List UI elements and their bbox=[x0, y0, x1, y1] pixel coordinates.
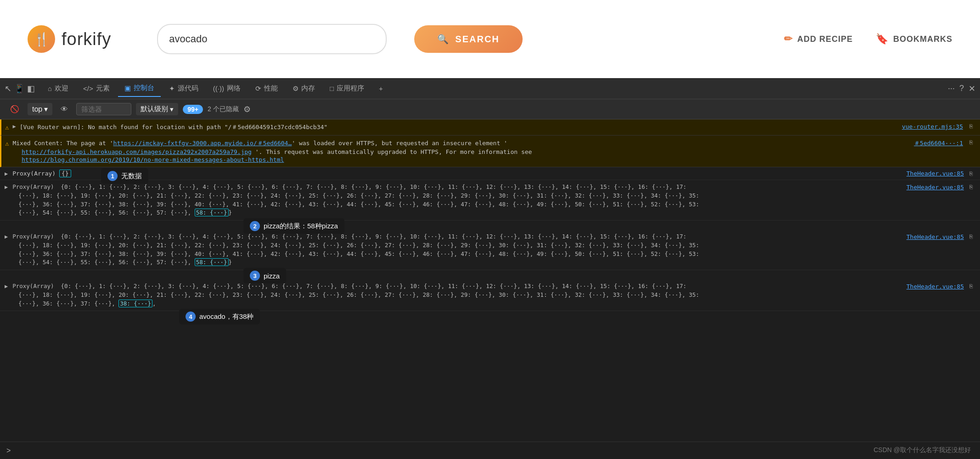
warn-link-2[interactable]: ＃5ed6604···:1 bbox=[914, 139, 963, 147]
proxy-link-1[interactable]: TheHeader.vue:85 bbox=[907, 170, 964, 177]
help-icon[interactable]: ? bbox=[959, 84, 964, 93]
add-recipe-button[interactable]: ✏ ADD RECIPE bbox=[784, 33, 853, 45]
proxy-row-4-header: ▶ Proxy(Array) {0: {···}, 1: {···}, 2: {… bbox=[5, 282, 973, 291]
filter-input[interactable] bbox=[76, 103, 131, 115]
console-prompt-icon[interactable]: > bbox=[6, 447, 11, 455]
tab-memory[interactable]: ⚙ 内存 bbox=[286, 80, 321, 96]
cursor-icon[interactable]: ↖ bbox=[5, 84, 11, 94]
expand-3[interactable]: ▶ bbox=[5, 233, 8, 240]
proxy-row-2: ▶ Proxy(Array) {0: {···}, 1: {···}, 2: {… bbox=[0, 180, 980, 221]
watermark: CSDN @取个什么名字我还没想好 bbox=[873, 446, 971, 454]
copy-icon-2[interactable]: ⎘ bbox=[969, 139, 973, 146]
proxy-copy-3[interactable]: ⎘ bbox=[969, 233, 973, 240]
console-bottom: > bbox=[0, 442, 980, 459]
warn-link-1[interactable]: vue-router.mjs:35 bbox=[902, 123, 963, 130]
warn-text-2b: '. This request was automatically upgrad… bbox=[255, 148, 532, 155]
tab-network[interactable]: ((·)) 网络 bbox=[207, 80, 247, 96]
edit-icon: ✏ bbox=[784, 33, 793, 45]
tooltip-num-3: 3 bbox=[250, 271, 260, 281]
settings-icon[interactable]: ⚙ bbox=[243, 104, 251, 114]
warn-text-1: [Vue Router warn]: No match found for lo… bbox=[20, 123, 898, 131]
bookmarks-label: BOOKMARKS bbox=[893, 34, 952, 44]
logo-text: forkify bbox=[62, 29, 111, 49]
search-button-label: SEARCH bbox=[455, 34, 499, 45]
elements-icon: </> bbox=[83, 85, 93, 92]
warn-icon-2: ⚠ bbox=[5, 140, 9, 147]
warn-row-2: ⚠ Mixed Content: The page at 'https://im… bbox=[0, 136, 980, 167]
tooltip-4: 4 avocado，有38种 bbox=[179, 309, 260, 324]
perf-icon: ⟳ bbox=[255, 85, 261, 93]
bookmarks-button[interactable]: 🔖 BOOKMARKS bbox=[876, 33, 952, 45]
proxy-row-4: ▶ Proxy(Array) {0: {···}, 1: {···}, 2: {… bbox=[0, 279, 980, 311]
chromium-blog-link[interactable]: https://blog.chromium.org/2019/10/no-mor… bbox=[22, 156, 284, 163]
panel-icon[interactable]: ◧ bbox=[27, 84, 35, 94]
proxy-label-2: Proxy(Array) {0: {···}, 1: {···}, 2: {··… bbox=[12, 183, 687, 192]
proxy-copy-4[interactable]: ⎘ bbox=[969, 283, 973, 289]
proxy-label-1: Proxy(Array) {} bbox=[12, 170, 71, 177]
eye-button[interactable]: 👁 bbox=[57, 103, 72, 115]
proxy-row-2-line3: {···}, 36: {···}, 37: {···}, 38: {···}, … bbox=[5, 200, 973, 209]
devtools: ↖ 📱 ◧ ⌂ 欢迎 </> 元素 ▣ 控制台 ✦ 源代码 ((·)) 网络 ⟳… bbox=[0, 78, 980, 459]
logo-area: 🍴 forkify bbox=[28, 25, 111, 53]
proxy-label-4: Proxy(Array) {0: {···}, 1: {···}, 2: {··… bbox=[12, 282, 687, 291]
logo-icon: 🍴 bbox=[28, 25, 55, 53]
tooltip-num-2: 2 bbox=[250, 221, 260, 231]
console-content: ⚠ ▶ [Vue Router warn]: No match found fo… bbox=[0, 119, 980, 442]
top-dropdown[interactable]: top ▾ bbox=[28, 103, 52, 115]
tab-console[interactable]: ▣ 控制台 bbox=[118, 80, 161, 97]
warn-row-1: ⚠ ▶ [Vue Router warn]: No match found fo… bbox=[0, 119, 980, 136]
more-icon[interactable]: ··· bbox=[948, 84, 955, 93]
expand-arrow-1[interactable]: ▶ bbox=[12, 123, 16, 130]
mixed-content-link[interactable]: https://imckay-fxtfgv-3000.app.myide.io/… bbox=[113, 140, 292, 147]
tab-welcome[interactable]: ⌂ 欢迎 bbox=[41, 80, 75, 96]
copy-icon-1[interactable]: ⎘ bbox=[969, 123, 973, 130]
level-dropdown[interactable]: 默认级别 ▾ bbox=[136, 103, 178, 115]
proxy-copy-1[interactable]: ⎘ bbox=[969, 170, 973, 177]
proxy-row-4-line2: {···}, 18: {···}, 19: {···}, 20: {···}, … bbox=[5, 291, 973, 300]
close-icon[interactable]: ✕ bbox=[969, 84, 975, 94]
app-header: 🍴 forkify 🔍 SEARCH ✏ ADD RECIPE 🔖 BOOKMA… bbox=[0, 0, 980, 78]
warn-row-2-line2: http://forkify-api.herokuapp.com/images/… bbox=[5, 148, 532, 155]
proxy-link-2[interactable]: TheHeader.vue:85 bbox=[907, 184, 964, 191]
proxy-label-3: Proxy(Array) {0: {···}, 1: {···}, 2: {··… bbox=[12, 232, 687, 241]
level-label: 默认级别 bbox=[141, 105, 168, 113]
device-icon[interactable]: 📱 bbox=[14, 84, 24, 94]
nav-actions: ✏ ADD RECIPE 🔖 BOOKMARKS bbox=[784, 33, 952, 45]
network-icon: ((·)) bbox=[213, 85, 224, 92]
proxy-row-4-line3: {···}, 36: {···}, 37: {···}, 38: {···}, bbox=[5, 300, 973, 308]
clear-button[interactable]: 🚫 bbox=[6, 103, 23, 115]
proxy-link-3[interactable]: TheHeader.vue:85 bbox=[907, 233, 964, 240]
top-label: top bbox=[32, 105, 42, 113]
dt-corner-buttons: ··· ? ✕ bbox=[948, 84, 975, 94]
memory-icon: ⚙ bbox=[293, 85, 299, 93]
proxy-link-4[interactable]: TheHeader.vue:85 bbox=[907, 283, 964, 290]
search-input[interactable] bbox=[157, 24, 387, 54]
level-dropdown-arrow-icon: ▾ bbox=[170, 105, 174, 113]
warn-row-2-line3: https://blog.chromium.org/2019/10/no-mor… bbox=[5, 156, 284, 163]
proxy-row-3-line4: {···}, 54: {···}, 55: {···}, 56: {···}, … bbox=[5, 258, 973, 267]
tooltip-num-4: 4 bbox=[186, 312, 196, 322]
expand-2[interactable]: ▶ bbox=[5, 184, 8, 190]
add-recipe-label: ADD RECIPE bbox=[797, 34, 853, 44]
search-button[interactable]: 🔍 SEARCH bbox=[414, 25, 522, 53]
add-tab-button[interactable]: + bbox=[372, 81, 389, 96]
tab-elements[interactable]: </> 元素 bbox=[77, 80, 116, 96]
tab-performance[interactable]: ⟳ 性能 bbox=[249, 80, 284, 96]
sources-icon: ✦ bbox=[169, 85, 175, 93]
expand-4[interactable]: ▶ bbox=[5, 283, 8, 289]
tooltip-text-2: pizza的结果：58种pizza bbox=[264, 222, 338, 231]
proxy-copy-2[interactable]: ⎘ bbox=[969, 184, 973, 190]
tab-sources[interactable]: ✦ 源代码 bbox=[163, 80, 205, 96]
tooltip-num-1: 1 bbox=[107, 171, 118, 181]
search-area bbox=[157, 24, 387, 54]
forkify-api-link[interactable]: http://forkify-api.herokuapp.com/images/… bbox=[22, 148, 252, 155]
hidden-count: 2 个已隐藏 bbox=[208, 105, 239, 113]
proxy-row-1: ▶ Proxy(Array) {} TheHeader.vue:85 ⎘ 1 无… bbox=[0, 167, 980, 180]
badge-count: 99+ bbox=[183, 105, 203, 114]
search-icon: 🔍 bbox=[437, 34, 450, 45]
dropdown-arrow-icon: ▾ bbox=[44, 105, 48, 113]
expand-1[interactable]: ▶ bbox=[5, 170, 8, 177]
console-icon: ▣ bbox=[124, 84, 131, 92]
proxy-row-2-header: ▶ Proxy(Array) {0: {···}, 1: {···}, 2: {… bbox=[5, 183, 973, 192]
tab-application[interactable]: □ 应用程序 bbox=[323, 80, 371, 96]
